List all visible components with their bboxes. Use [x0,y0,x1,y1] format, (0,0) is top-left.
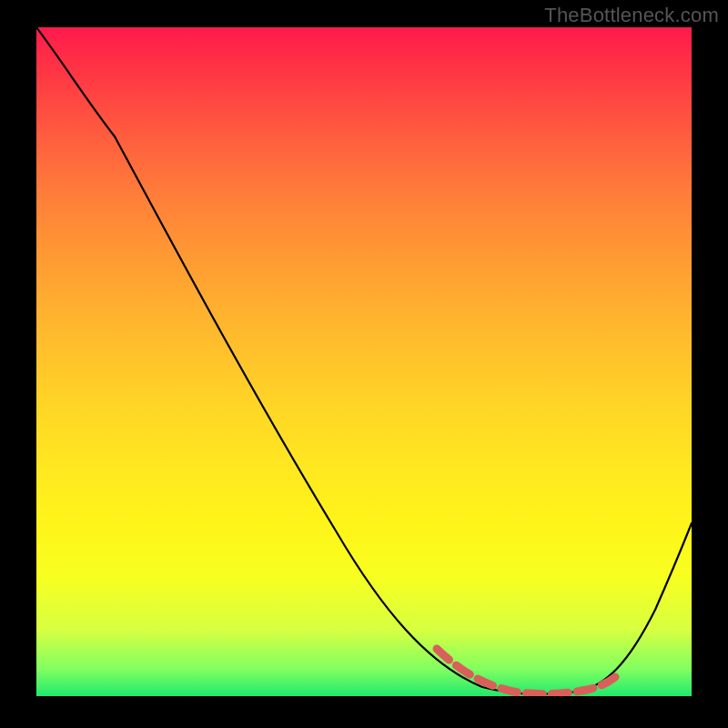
watermark-text: TheBottleneck.com [544,4,719,27]
highlight-dashed-segment [437,649,615,694]
chart-plot-area [36,27,692,696]
chart-svg [36,27,692,696]
bottleneck-curve-line [36,27,692,694]
